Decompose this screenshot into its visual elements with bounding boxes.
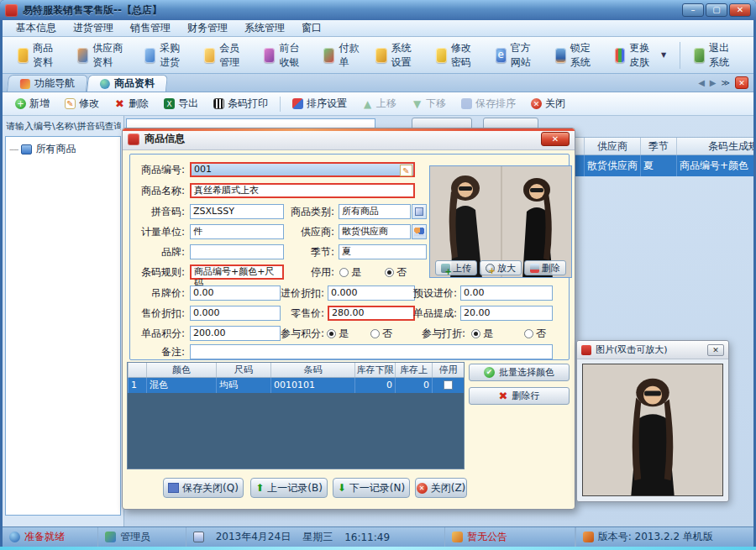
tab-list-icon[interactable]: ≫ [722, 78, 730, 87]
sku-grid-header: 颜色 尺码 条码 库存下限 库存上限 停用 [128, 363, 464, 378]
join-discount-yes-radio[interactable]: 是 [471, 326, 493, 341]
toolbar-product-data[interactable]: 商品资料 [11, 38, 69, 73]
menu-sales[interactable]: 销售管理 [123, 20, 177, 36]
dialog-close-bottom-button[interactable]: ✕关闭(Z) [415, 478, 467, 498]
brand-field[interactable] [190, 244, 284, 259]
disabled-checkbox[interactable] [444, 380, 453, 390]
save-sort-button[interactable]: 保存排序 [455, 94, 522, 113]
column-stock-max[interactable]: 库存上限 [395, 363, 432, 377]
delete-row-button[interactable]: ✖删除行 [469, 387, 570, 405]
close-tab-button[interactable]: ✕关闭 [525, 94, 571, 113]
save-close-button[interactable]: 保存关闭(Q) [163, 478, 244, 498]
column-disabled[interactable]: 停用 [432, 363, 464, 377]
column-stock-min[interactable]: 库存下限 [354, 363, 395, 377]
move-up-button[interactable]: ▲上移 [356, 94, 402, 113]
tab-product-data[interactable]: 商品资料 [87, 75, 168, 92]
menu-basic-info[interactable]: 基本信息 [9, 20, 63, 36]
menu-system[interactable]: 系统管理 [238, 20, 291, 36]
toolbar-pos-cashier[interactable]: 前台收银 [257, 38, 315, 73]
toolbar-supplier-data[interactable]: 供应商资料 [71, 38, 136, 73]
pinyin-field[interactable]: ZSXLSSY [190, 204, 284, 219]
barcode-rule-field[interactable]: 商品编号+颜色+尺码 [190, 265, 284, 280]
column-barcode[interactable]: 条码 [270, 363, 354, 377]
photo-zoom-button[interactable]: 放大 [480, 260, 522, 275]
batch-select-color-button[interactable]: ✔批量选择颜色 [469, 364, 570, 381]
unit-field[interactable]: 件 [190, 224, 284, 239]
dialog-close-button[interactable]: ✕ [541, 132, 570, 146]
season-field[interactable]: 夏 [339, 244, 427, 259]
edit-button[interactable]: ✎修改 [59, 94, 105, 113]
toolbar-lock-system[interactable]: 锁定系统 [549, 38, 606, 73]
tab-scroll-right-icon[interactable]: ▶ [710, 78, 717, 87]
toolbar-official-website[interactable]: e官方网站 [489, 38, 547, 73]
tab-close-button[interactable]: ✕ [735, 76, 748, 89]
toolbar-exit-system[interactable]: 退出系统 [687, 38, 745, 73]
tab-label: 功能导航 [34, 76, 75, 91]
barcode-print-button[interactable]: 条码打印 [207, 94, 274, 113]
image-panel-close-button[interactable]: ✕ [707, 344, 724, 356]
menu-window[interactable]: 窗口 [295, 20, 328, 36]
folder-icon [21, 144, 32, 155]
column-color[interactable]: 颜色 [146, 363, 216, 377]
image-panel-photo[interactable] [582, 364, 723, 496]
disable-yes-radio[interactable]: 是 [339, 265, 361, 280]
toolbar-payment-bill[interactable]: 付款单 [317, 38, 367, 73]
toolbar-change-password[interactable]: 修改密码 [429, 38, 487, 73]
preset-purchase-field[interactable]: 0.00 [460, 285, 553, 301]
sort-settings-button[interactable]: 排序设置 [286, 94, 353, 113]
add-button[interactable]: +新增 [9, 94, 55, 113]
product-name-value: 真丝希腊式上衣 [194, 185, 259, 196]
commission-label: 单品提成: [412, 306, 457, 321]
tree-item-all-products[interactable]: ---- 所有商品 [9, 142, 117, 156]
retail-price-field[interactable]: 280.00 [328, 306, 415, 321]
product-name-field[interactable]: 真丝希腊式上衣 [190, 183, 415, 198]
photo-upload-button[interactable]: 上传 [435, 260, 477, 275]
next-record-button[interactable]: ⬇下一记录(N) [333, 478, 410, 498]
magnifier-icon [486, 264, 495, 273]
toolbar-member-mgmt[interactable]: 会员管理 [197, 38, 255, 73]
edit-pencil-icon[interactable]: ✎ [400, 165, 412, 176]
status-notice[interactable]: 暂无公告 [445, 527, 575, 547]
product-photo[interactable]: 上传 放大 删除 [429, 165, 572, 278]
sku-row-selected[interactable]: 1 混色 均码 0010101 0 0 [128, 378, 464, 393]
photo-delete-button[interactable]: 删除 [524, 260, 566, 275]
column-header-barcode-rule[interactable]: 条码生成规 [676, 138, 753, 155]
category-picker-icon[interactable] [412, 204, 427, 219]
remark-field[interactable] [190, 344, 553, 359]
season-value: 夏 [342, 246, 351, 257]
commission-field[interactable]: 20.00 [460, 306, 553, 321]
toolbar-change-skin[interactable]: 更换皮肤▼ [608, 38, 673, 73]
radio-label: 否 [396, 266, 407, 278]
toolbar-purchase-in[interactable]: 采购进货 [138, 38, 196, 73]
join-points-yes-radio[interactable]: 是 [327, 326, 349, 341]
maximize-button[interactable]: ▢ [706, 3, 727, 17]
tab-function-nav[interactable]: 功能导航 [7, 75, 88, 92]
sale-discount-value: 0.000 [193, 307, 220, 318]
toolbar-label: 更换皮肤 [629, 41, 657, 70]
image-panel-icon [581, 345, 591, 355]
move-down-button[interactable]: ▼下移 [406, 94, 452, 113]
disable-no-radio[interactable]: 否 [385, 265, 407, 280]
column-header-supplier[interactable]: 供应商 [584, 138, 640, 155]
column-header-season[interactable]: 季节 [640, 138, 676, 155]
supplier-field[interactable]: 散货供应商 [339, 224, 411, 239]
join-discount-no-radio[interactable]: 否 [524, 326, 546, 341]
join-points-no-radio[interactable]: 否 [370, 326, 392, 341]
menu-finance[interactable]: 财务管理 [181, 20, 234, 36]
minimize-button[interactable]: – [682, 3, 704, 17]
export-button[interactable]: X导出 [158, 94, 204, 113]
tab-scroll-left-icon[interactable]: ◀ [698, 78, 705, 87]
menu-purchase[interactable]: 进货管理 [66, 20, 120, 36]
product-no-field[interactable]: 001 ✎ [190, 162, 415, 177]
button-label: 关闭(Z) [431, 481, 466, 495]
delete-button[interactable]: ✖删除 [108, 94, 155, 113]
purchase-discount-field[interactable]: 0.000 [328, 285, 415, 301]
supplier-picker-icon[interactable] [412, 224, 427, 239]
column-size[interactable]: 尺码 [216, 363, 270, 377]
previous-record-button[interactable]: ⬆上一记录(B) [250, 478, 328, 498]
category-field[interactable]: 所有商品 [339, 204, 411, 219]
close-button[interactable]: ✕ [729, 3, 751, 17]
skin-icon [615, 48, 625, 63]
toolbar-system-settings[interactable]: 系统设置 [369, 38, 427, 73]
calendar-icon [193, 532, 204, 542]
